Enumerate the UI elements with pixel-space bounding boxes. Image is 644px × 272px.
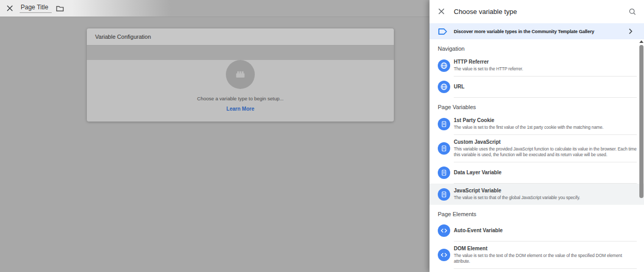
variable-type-item-element-visibility[interactable]: Element Visibility The value is set base…	[430, 269, 644, 272]
variable-type-item-http-referrer[interactable]: HTTP Referrer The value is set to the HT…	[430, 55, 644, 76]
card-body: Choose a variable type to begin setup...…	[87, 60, 394, 122]
variable-type-item-auto-event-variable[interactable]: Auto-Event Variable	[430, 220, 644, 241]
globe-icon	[438, 59, 450, 72]
variable-type-description: The value is set to the text of the DOM …	[454, 253, 639, 264]
variable-type-item-url[interactable]: URL	[430, 77, 644, 97]
card-title: Variable Configuration	[87, 28, 394, 46]
variable-placeholder-icon	[226, 60, 255, 89]
globe-icon	[438, 81, 450, 93]
scroll-up-arrow-icon[interactable]	[639, 40, 643, 43]
variable-type-item-dom-element[interactable]: DOM Element The value is set to the text…	[430, 241, 644, 268]
learn-more-link[interactable]: Learn More	[226, 106, 254, 112]
variable-type-description: This variable uses the provided JavaScri…	[454, 146, 639, 158]
scrollbar[interactable]	[639, 39, 643, 272]
close-icon[interactable]	[6, 5, 13, 12]
variable-configuration-card: Variable Configuration Choose a variable…	[87, 28, 394, 122]
variable-type-item-data-layer-variable[interactable]: Data Layer Variable	[430, 162, 644, 183]
variable-type-name: Custom JavaScript	[454, 139, 639, 145]
chevron-right-icon	[628, 28, 633, 34]
document-icon	[438, 167, 450, 179]
variable-type-item-1st-party-cookie[interactable]: 1st Party Cookie The value is set to the…	[430, 113, 644, 134]
code-icon	[438, 249, 450, 261]
variable-type-name: HTTP Referrer	[454, 59, 523, 65]
variable-type-description: The value is set to the first value of t…	[454, 125, 603, 130]
section-label-page-elements: Page Elements	[438, 211, 636, 218]
variable-type-name: URL	[454, 84, 465, 90]
variable-type-item-custom-javascript[interactable]: Custom JavaScript This variable uses the…	[430, 135, 644, 162]
template-gallery-icon	[438, 28, 448, 35]
document-icon	[438, 188, 450, 201]
variable-type-description: The value is set to the HTTP referrer.	[454, 66, 523, 72]
variable-type-description: The value is set to that of the global J…	[454, 195, 580, 201]
document-icon	[438, 142, 450, 155]
variable-type-name: DOM Element	[454, 246, 639, 252]
panel-title: Choose variable type	[454, 8, 517, 16]
section-label-navigation: Navigation	[438, 46, 636, 52]
section-label-page-variables: Page Variables	[438, 104, 636, 111]
page-title-field[interactable]: Page Title	[20, 4, 52, 13]
document-icon	[438, 118, 450, 130]
variable-type-name: Auto-Event Variable	[454, 228, 502, 234]
code-icon	[438, 224, 450, 237]
search-icon[interactable]	[628, 8, 637, 16]
variable-type-name: 1st Party Cookie	[454, 117, 603, 124]
scrollbar-thumb[interactable]	[639, 45, 643, 198]
divider	[454, 97, 637, 98]
variable-type-list: Navigation HTTP Referrer The value is se…	[430, 39, 644, 272]
community-gallery-banner[interactable]: Discover more variable types in the Comm…	[430, 23, 644, 39]
choose-variable-type-panel: Choose variable type Discover more varia…	[430, 0, 644, 272]
card-message: Choose a variable type to begin setup...	[87, 96, 394, 101]
banner-text: Discover more variable types in the Comm…	[454, 29, 594, 34]
variable-type-item-javascript-variable[interactable]: JavaScript Variable The value is set to …	[430, 184, 644, 205]
folder-icon[interactable]	[56, 5, 64, 12]
close-icon[interactable]	[438, 8, 446, 16]
variable-type-name: Data Layer Variable	[454, 170, 501, 176]
variable-type-name: JavaScript Variable	[454, 188, 580, 194]
panel-header: Choose variable type	[430, 0, 644, 23]
